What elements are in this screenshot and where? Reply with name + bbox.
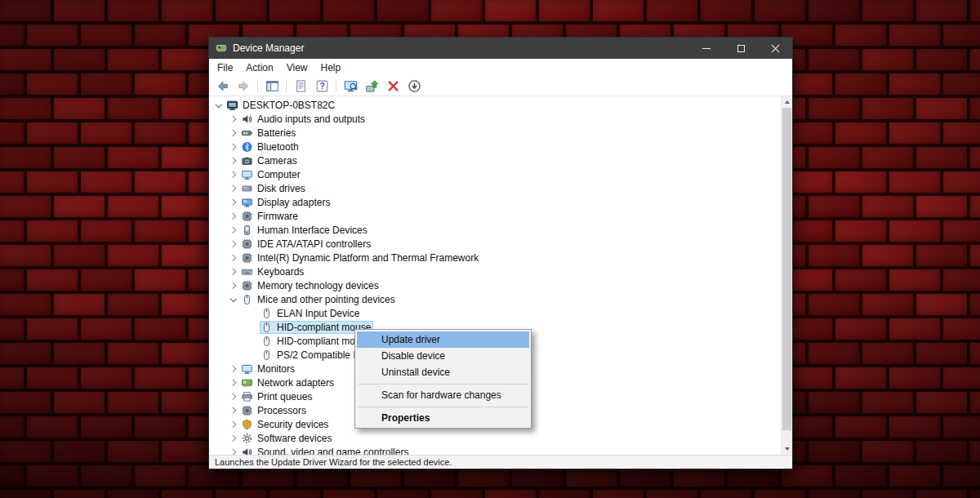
tree-item-bluetooth[interactable]: Bluetooth — [210, 140, 780, 153]
tree-item-content[interactable]: Batteries — [240, 127, 298, 140]
toolbar-back-button[interactable] — [212, 78, 232, 95]
tree-item-content[interactable]: ELAN Input Device — [260, 307, 362, 320]
chevron-right-icon[interactable] — [227, 214, 240, 219]
tree-item-content[interactable]: Keyboards — [240, 265, 306, 278]
tree-item-content[interactable]: Software devices — [240, 432, 334, 445]
tree-item-content[interactable]: Disk drives — [240, 182, 308, 195]
tree-item-human-interface-devices[interactable]: Human Interface Devices — [210, 223, 780, 237]
tree-item-software-devices[interactable]: Software devices — [210, 431, 780, 445]
tree-item-content[interactable]: Display adapters — [240, 196, 332, 209]
title-bar[interactable]: Device Manager — [209, 38, 792, 59]
tree-item-content[interactable]: Security devices — [240, 418, 331, 431]
tree-item-content[interactable]: Print queues — [240, 390, 314, 403]
tree-item-sound-video-and-game-controllers[interactable]: Sound, video and game controllers — [210, 445, 780, 455]
chevron-right-icon[interactable] — [227, 408, 240, 413]
context-menu-item-scan-for-hardware-changes[interactable]: Scan for hardware changes — [357, 387, 529, 403]
context-menu-item-properties[interactable]: Properties — [357, 410, 529, 426]
menu-view[interactable]: View — [280, 60, 314, 76]
chevron-right-icon[interactable] — [227, 436, 240, 441]
scrollbar-thumb[interactable] — [782, 108, 791, 430]
chevron-right-icon[interactable] — [227, 172, 240, 177]
chevron-right-icon[interactable] — [227, 200, 240, 205]
tree-item-content[interactable]: Firmware — [240, 210, 301, 223]
chevron-down-icon[interactable] — [227, 298, 240, 301]
chevron-right-icon[interactable] — [227, 117, 240, 122]
toolbar-help-button[interactable] — [312, 78, 332, 95]
tree-item-content[interactable]: IDE ATA/ATAPI controllers — [240, 238, 373, 251]
toolbar-disable-device-button[interactable] — [404, 78, 424, 95]
vertical-scrollbar[interactable] — [781, 96, 792, 455]
context-menu-item-update-driver[interactable]: Update driver — [357, 331, 529, 348]
tree-item-content[interactable]: DESKTOP-0BST82C — [225, 99, 337, 112]
toolbar-forward-button[interactable] — [234, 78, 253, 95]
battery-icon — [241, 127, 253, 139]
tree-item-audio-inputs-and-outputs[interactable]: Audio inputs and outputs — [210, 112, 780, 126]
tree-item-keyboards[interactable]: Keyboards — [210, 265, 780, 278]
brick — [889, 171, 940, 193]
tree-item-content[interactable]: Computer — [240, 168, 303, 181]
tree-item-desktop-0bst82c[interactable]: DESKTOP-0BST82C — [210, 98, 780, 112]
toolbar-scan-hardware-button[interactable] — [341, 78, 360, 95]
scroll-down-button[interactable] — [782, 443, 792, 455]
tree-item-content[interactable]: Sound, video and game controllers — [240, 446, 411, 456]
brick — [916, 49, 967, 70]
tree-item-content[interactable]: Intel(R) Dynamic Platform and Thermal Fr… — [240, 251, 481, 265]
chevron-right-icon[interactable] — [227, 450, 240, 455]
chevron-right-icon[interactable] — [227, 145, 240, 149]
brick — [0, 367, 24, 389]
toolbar-update-driver-button[interactable] — [362, 78, 381, 95]
context-menu-item-uninstall-device[interactable]: Uninstall device — [357, 364, 529, 380]
tree-item-firmware[interactable]: Firmware — [210, 209, 780, 223]
chevron-right-icon[interactable] — [227, 256, 240, 260]
brick — [701, 0, 751, 21]
tree-item-content[interactable]: Monitors — [240, 362, 297, 376]
tree-item-cameras[interactable]: Cameras — [210, 153, 780, 167]
tree-item-ide-ata-atapi-controllers[interactable]: IDE ATA/ATAPI controllers — [210, 237, 780, 251]
chevron-right-icon[interactable] — [227, 394, 240, 399]
minimize-button[interactable] — [689, 38, 724, 59]
toolbar-console-tree-button[interactable] — [262, 78, 282, 95]
scroll-up-button[interactable] — [782, 96, 792, 108]
chevron-right-icon[interactable] — [227, 242, 240, 247]
tree-item-batteries[interactable]: Batteries — [210, 126, 780, 140]
tree-item-computer[interactable]: Computer — [210, 167, 780, 181]
brick — [862, 0, 913, 21]
tree-item-content[interactable]: Memory technology devices — [240, 279, 381, 292]
brick — [81, 122, 131, 144]
chevron-right-icon[interactable] — [227, 367, 240, 371]
tree-item-content[interactable]: Mice and other pointing devices — [240, 293, 398, 306]
chevron-right-icon[interactable] — [227, 283, 240, 288]
chip-icon — [241, 405, 253, 416]
tree-item-content[interactable]: Bluetooth — [240, 140, 301, 153]
brick — [162, 147, 212, 168]
chevron-down-icon[interactable] — [212, 104, 225, 107]
chevron-right-icon[interactable] — [227, 158, 240, 163]
tree-item-memory-technology-devices[interactable]: Memory technology devices — [210, 278, 780, 292]
chevron-right-icon[interactable] — [227, 186, 240, 191]
brick — [943, 171, 980, 193]
chevron-right-icon[interactable] — [227, 380, 240, 385]
toolbar-properties-button[interactable] — [291, 78, 310, 95]
chevron-right-icon[interactable] — [227, 131, 240, 136]
menu-action[interactable]: Action — [239, 60, 279, 76]
tree-item-content[interactable]: Human Interface Devices — [240, 224, 370, 237]
tree-item-elan-input-device[interactable]: ELAN Input Device — [210, 306, 780, 320]
toolbar-uninstall-device-button[interactable] — [383, 78, 403, 95]
menu-file[interactable]: File — [211, 60, 239, 76]
close-button[interactable] — [758, 38, 792, 59]
tree-item-content[interactable]: Network adapters — [240, 376, 336, 389]
context-menu-item-disable-device[interactable]: Disable device — [357, 348, 529, 364]
menu-help[interactable]: Help — [314, 60, 348, 76]
tree-item-content[interactable]: Audio inputs and outputs — [240, 113, 368, 126]
maximize-button[interactable] — [724, 38, 758, 59]
chevron-right-icon[interactable] — [227, 422, 240, 427]
tree-item-disk-drives[interactable]: Disk drives — [210, 181, 780, 195]
chevron-right-icon[interactable] — [227, 228, 240, 233]
tree-item-content[interactable]: Cameras — [240, 154, 300, 167]
tree-item-display-adapters[interactable]: Display adapters — [210, 195, 780, 209]
chevron-right-icon[interactable] — [227, 269, 240, 274]
tree-item-content[interactable]: Processors — [240, 404, 309, 417]
brick — [54, 245, 105, 266]
tree-item-intel-r-dynamic-platform-and-thermal-framework[interactable]: Intel(R) Dynamic Platform and Thermal Fr… — [210, 251, 780, 265]
tree-item-mice-and-other-pointing-devices[interactable]: Mice and other pointing devices — [210, 292, 780, 306]
